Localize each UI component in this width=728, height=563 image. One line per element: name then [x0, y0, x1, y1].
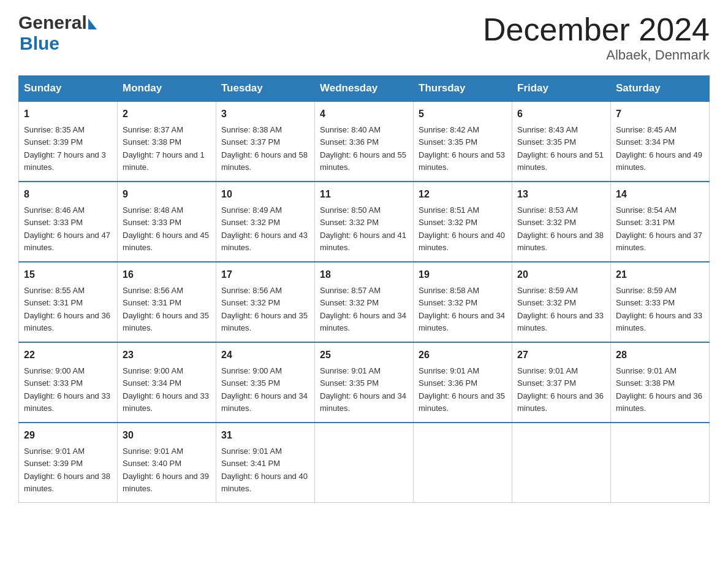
calendar-cell: 11 Sunrise: 8:50 AMSunset: 3:32 PMDaylig…	[315, 182, 414, 262]
calendar-cell: 28 Sunrise: 9:01 AMSunset: 3:38 PMDaylig…	[611, 342, 710, 423]
day-number: 18	[320, 267, 408, 282]
calendar-cell: 9 Sunrise: 8:48 AMSunset: 3:33 PMDayligh…	[118, 182, 216, 262]
day-info: Sunrise: 8:37 AMSunset: 3:38 PMDaylight:…	[123, 125, 205, 172]
day-number: 8	[24, 187, 112, 202]
day-info: Sunrise: 8:48 AMSunset: 3:33 PMDaylight:…	[123, 205, 209, 252]
day-info: Sunrise: 8:55 AMSunset: 3:31 PMDaylight:…	[24, 286, 110, 332]
day-info: Sunrise: 8:43 AMSunset: 3:35 PMDaylight:…	[517, 125, 604, 172]
calendar-cell: 23 Sunrise: 9:00 AMSunset: 3:34 PMDaylig…	[118, 342, 216, 423]
day-info: Sunrise: 9:01 AMSunset: 3:41 PMDaylight:…	[221, 446, 308, 493]
logo: General Blue	[18, 12, 97, 54]
col-friday: Friday	[512, 76, 611, 102]
day-info: Sunrise: 8:50 AMSunset: 3:32 PMDaylight:…	[320, 205, 406, 252]
day-number: 4	[320, 107, 408, 121]
calendar-cell: 4 Sunrise: 8:40 AMSunset: 3:36 PMDayligh…	[315, 101, 414, 182]
calendar-cell: 18 Sunrise: 8:57 AMSunset: 3:32 PMDaylig…	[315, 262, 414, 342]
day-info: Sunrise: 8:40 AMSunset: 3:36 PMDaylight:…	[320, 125, 406, 172]
day-number: 24	[221, 348, 309, 362]
day-number: 21	[616, 267, 704, 282]
calendar-cell: 14 Sunrise: 8:54 AMSunset: 3:31 PMDaylig…	[611, 182, 710, 262]
logo-arrow-icon	[88, 18, 97, 29]
day-number: 23	[123, 348, 211, 362]
day-info: Sunrise: 9:01 AMSunset: 3:38 PMDaylight:…	[616, 366, 702, 413]
page-title: December 2024	[483, 12, 710, 47]
day-info: Sunrise: 8:56 AMSunset: 3:32 PMDaylight:…	[221, 286, 308, 332]
day-info: Sunrise: 8:46 AMSunset: 3:33 PMDaylight:…	[24, 205, 110, 252]
calendar-week-row: 15 Sunrise: 8:55 AMSunset: 3:31 PMDaylig…	[19, 262, 710, 342]
day-number: 17	[221, 267, 309, 282]
col-tuesday: Tuesday	[216, 76, 315, 102]
calendar-week-row: 29 Sunrise: 9:01 AMSunset: 3:39 PMDaylig…	[19, 423, 710, 503]
calendar-cell	[611, 423, 710, 503]
calendar-cell: 15 Sunrise: 8:55 AMSunset: 3:31 PMDaylig…	[19, 262, 118, 342]
calendar-cell: 7 Sunrise: 8:45 AMSunset: 3:34 PMDayligh…	[611, 101, 710, 182]
day-info: Sunrise: 8:45 AMSunset: 3:34 PMDaylight:…	[616, 125, 702, 172]
calendar-week-row: 22 Sunrise: 9:00 AMSunset: 3:33 PMDaylig…	[19, 342, 710, 423]
header-row: Sunday Monday Tuesday Wednesday Thursday…	[19, 76, 710, 102]
day-info: Sunrise: 9:01 AMSunset: 3:37 PMDaylight:…	[517, 366, 604, 413]
logo-blue-text: Blue	[20, 33, 59, 53]
day-number: 29	[24, 428, 112, 443]
calendar-cell: 19 Sunrise: 8:58 AMSunset: 3:32 PMDaylig…	[414, 262, 512, 342]
logo-general-text: General	[18, 12, 87, 33]
calendar-week-row: 1 Sunrise: 8:35 AMSunset: 3:39 PMDayligh…	[19, 101, 710, 182]
day-number: 13	[517, 187, 605, 202]
day-info: Sunrise: 8:53 AMSunset: 3:32 PMDaylight:…	[517, 205, 604, 252]
page-subtitle: Albaek, Denmark	[483, 47, 710, 63]
day-info: Sunrise: 9:00 AMSunset: 3:34 PMDaylight:…	[123, 366, 209, 413]
col-monday: Monday	[118, 76, 216, 102]
calendar-body: 1 Sunrise: 8:35 AMSunset: 3:39 PMDayligh…	[19, 101, 710, 503]
day-number: 6	[517, 107, 605, 121]
calendar-week-row: 8 Sunrise: 8:46 AMSunset: 3:33 PMDayligh…	[19, 182, 710, 262]
day-number: 28	[616, 348, 704, 362]
calendar-cell: 1 Sunrise: 8:35 AMSunset: 3:39 PMDayligh…	[19, 101, 118, 182]
day-info: Sunrise: 9:01 AMSunset: 3:39 PMDaylight:…	[24, 446, 110, 493]
day-info: Sunrise: 8:35 AMSunset: 3:39 PMDaylight:…	[24, 125, 106, 172]
day-info: Sunrise: 8:38 AMSunset: 3:37 PMDaylight:…	[221, 125, 308, 172]
calendar-cell: 13 Sunrise: 8:53 AMSunset: 3:32 PMDaylig…	[512, 182, 611, 262]
day-info: Sunrise: 8:42 AMSunset: 3:35 PMDaylight:…	[419, 125, 505, 172]
day-info: Sunrise: 8:57 AMSunset: 3:32 PMDaylight:…	[320, 286, 406, 332]
day-number: 12	[419, 187, 507, 202]
day-number: 7	[616, 107, 704, 121]
day-info: Sunrise: 8:54 AMSunset: 3:31 PMDaylight:…	[616, 205, 702, 252]
col-wednesday: Wednesday	[315, 76, 414, 102]
calendar-cell: 6 Sunrise: 8:43 AMSunset: 3:35 PMDayligh…	[512, 101, 611, 182]
day-info: Sunrise: 8:59 AMSunset: 3:32 PMDaylight:…	[517, 286, 604, 332]
calendar-cell: 26 Sunrise: 9:01 AMSunset: 3:36 PMDaylig…	[414, 342, 512, 423]
day-number: 3	[221, 107, 309, 121]
calendar-cell: 5 Sunrise: 8:42 AMSunset: 3:35 PMDayligh…	[414, 101, 512, 182]
day-number: 30	[123, 428, 211, 443]
title-block: December 2024 Albaek, Denmark	[483, 12, 710, 63]
day-number: 10	[221, 187, 309, 202]
day-info: Sunrise: 8:51 AMSunset: 3:32 PMDaylight:…	[419, 205, 505, 252]
day-number: 19	[419, 267, 507, 282]
calendar-cell	[315, 423, 414, 503]
day-info: Sunrise: 9:01 AMSunset: 3:36 PMDaylight:…	[419, 366, 505, 413]
day-number: 1	[24, 107, 112, 121]
calendar-cell: 25 Sunrise: 9:01 AMSunset: 3:35 PMDaylig…	[315, 342, 414, 423]
day-number: 22	[24, 348, 112, 362]
calendar-cell: 12 Sunrise: 8:51 AMSunset: 3:32 PMDaylig…	[414, 182, 512, 262]
calendar-cell: 31 Sunrise: 9:01 AMSunset: 3:41 PMDaylig…	[216, 423, 315, 503]
day-info: Sunrise: 9:01 AMSunset: 3:40 PMDaylight:…	[123, 446, 209, 493]
day-info: Sunrise: 9:00 AMSunset: 3:35 PMDaylight:…	[221, 366, 308, 413]
day-number: 27	[517, 348, 605, 362]
calendar-cell: 17 Sunrise: 8:56 AMSunset: 3:32 PMDaylig…	[216, 262, 315, 342]
day-number: 31	[221, 428, 309, 443]
calendar-cell: 3 Sunrise: 8:38 AMSunset: 3:37 PMDayligh…	[216, 101, 315, 182]
calendar-cell: 8 Sunrise: 8:46 AMSunset: 3:33 PMDayligh…	[19, 182, 118, 262]
day-number: 26	[419, 348, 507, 362]
day-number: 11	[320, 187, 408, 202]
calendar-cell: 2 Sunrise: 8:37 AMSunset: 3:38 PMDayligh…	[118, 101, 216, 182]
day-number: 14	[616, 187, 704, 202]
calendar-cell: 29 Sunrise: 9:01 AMSunset: 3:39 PMDaylig…	[19, 423, 118, 503]
day-number: 20	[517, 267, 605, 282]
day-info: Sunrise: 9:00 AMSunset: 3:33 PMDaylight:…	[24, 366, 110, 413]
day-info: Sunrise: 8:58 AMSunset: 3:32 PMDaylight:…	[419, 286, 505, 332]
day-info: Sunrise: 9:01 AMSunset: 3:35 PMDaylight:…	[320, 366, 406, 413]
day-number: 16	[123, 267, 211, 282]
calendar-cell	[512, 423, 611, 503]
page-header: General Blue December 2024 Albaek, Denma…	[18, 12, 710, 63]
calendar-cell: 27 Sunrise: 9:01 AMSunset: 3:37 PMDaylig…	[512, 342, 611, 423]
